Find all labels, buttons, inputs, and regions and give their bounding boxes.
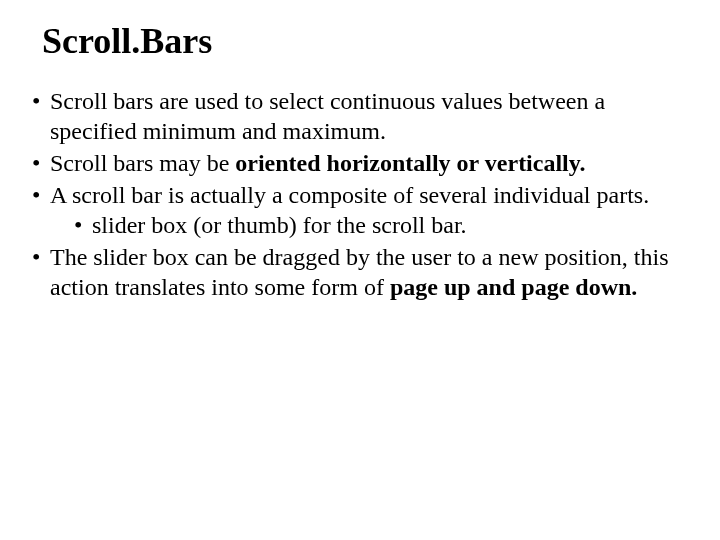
bullet-text: A scroll bar is actually a composite of … xyxy=(50,182,649,208)
list-item: A scroll bar is actually a composite of … xyxy=(30,180,690,240)
bullet-text-bold: page up and page down. xyxy=(390,274,637,300)
list-item: Scroll bars may be oriented horizontally… xyxy=(30,148,690,178)
page-title: Scroll.Bars xyxy=(42,20,690,62)
content-area: Scroll bars are used to select continuou… xyxy=(30,86,690,302)
bullet-text: slider box (or thumb) for the scroll bar… xyxy=(92,212,467,238)
bullet-text-bold: oriented horizontally or vertically. xyxy=(235,150,585,176)
list-item: Scroll bars are used to select continuou… xyxy=(30,86,690,146)
bullet-list: Scroll bars are used to select continuou… xyxy=(30,86,690,302)
list-item: The slider box can be dragged by the use… xyxy=(30,242,690,302)
bullet-text: Scroll bars may be xyxy=(50,150,235,176)
list-item: slider box (or thumb) for the scroll bar… xyxy=(72,210,690,240)
bullet-text: Scroll bars are used to select continuou… xyxy=(50,88,605,144)
sub-bullet-list: slider box (or thumb) for the scroll bar… xyxy=(50,210,690,240)
